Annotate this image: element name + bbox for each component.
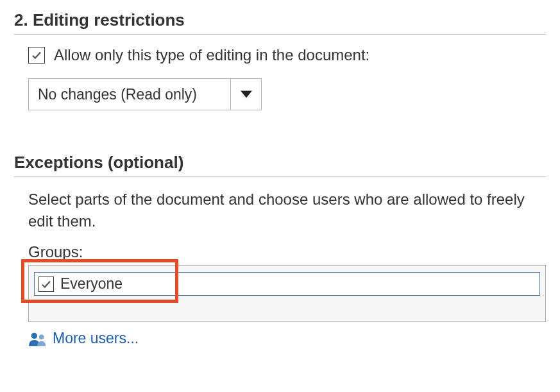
check-icon [40,278,52,290]
allow-editing-checkbox[interactable] [28,47,45,64]
users-icon [28,331,47,346]
editing-type-dropdown[interactable]: No changes (Read only) [28,78,262,110]
groups-list-inner: Everyone [34,272,540,296]
exceptions-description: Select parts of the document and choose … [28,189,532,232]
allow-editing-row: Allow only this type of editing in the d… [28,46,546,64]
more-users-label: More users... [53,330,139,347]
allow-editing-label: Allow only this type of editing in the d… [54,46,369,64]
groups-listbox: Everyone [28,265,546,322]
section-exceptions-heading: Exceptions (optional) [14,153,546,173]
group-row-everyone[interactable]: Everyone [38,275,536,293]
groups-label: Groups: [28,243,546,261]
svg-marker-0 [241,91,252,98]
section-editing-heading: 2. Editing restrictions [14,10,546,30]
group-everyone-label: Everyone [60,275,123,293]
check-icon [31,49,42,61]
divider [14,176,546,177]
svg-point-2 [39,334,44,339]
dropdown-toggle-button[interactable] [230,79,261,110]
divider [14,34,546,35]
svg-point-1 [31,332,37,338]
group-everyone-checkbox[interactable] [38,277,54,292]
chevron-down-icon [241,90,252,98]
editing-type-value: No changes (Read only) [29,79,230,110]
more-users-link[interactable]: More users... [28,330,546,347]
